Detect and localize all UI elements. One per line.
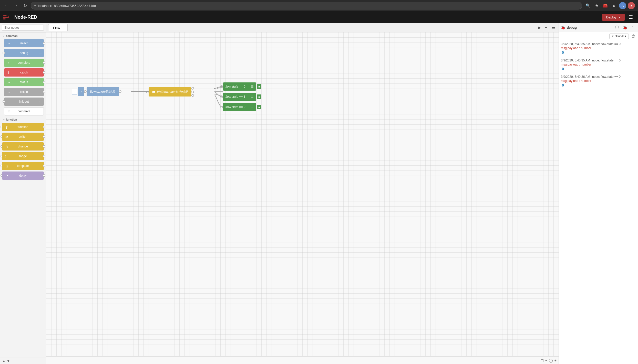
filter-all-nodes-button[interactable]: ▿ all nodes xyxy=(609,34,629,39)
flow-add-button[interactable]: + xyxy=(543,25,549,30)
profile-avatar[interactable]: A xyxy=(619,2,626,9)
debug-msg-3-node: node: flow.state == 0 xyxy=(592,75,621,79)
state0-node-group[interactable]: flow.state == 0 ☰ ■ xyxy=(220,82,261,91)
deploy-button[interactable]: Deploy ▼ xyxy=(602,14,625,21)
app-title: Node-RED xyxy=(14,15,37,20)
transmit-node-body[interactable]: flow.state传递结果 xyxy=(87,87,119,96)
node-linkin[interactable]: → link in xyxy=(4,88,44,96)
node-catch-label: catch xyxy=(20,71,28,74)
panel-title-text: debug xyxy=(567,26,577,29)
node-inject[interactable]: → inject xyxy=(4,39,44,47)
reload-button[interactable]: ↻ xyxy=(22,2,29,9)
node-change[interactable]: ⇆ change xyxy=(2,142,44,151)
node-delay[interactable]: ◔ delay xyxy=(2,172,44,180)
section-common-label: common xyxy=(6,34,18,37)
state2-right-btn[interactable]: ■ xyxy=(257,105,261,109)
scroll-down-button[interactable]: ▼ xyxy=(7,359,10,363)
transmit-node-group[interactable]: flow.state传递结果 xyxy=(84,87,121,96)
flow-run-button[interactable]: ▶ xyxy=(536,25,542,30)
inject-arrow-node[interactable]: → xyxy=(78,87,84,96)
search-input[interactable] xyxy=(2,25,44,31)
node-status-body: ∼ status xyxy=(4,78,44,86)
node-range[interactable]: ⋮⋮ range xyxy=(2,152,44,160)
state0-menu[interactable]: ☰ xyxy=(251,85,254,88)
debug-msg-2-header: 3/9/2020, 5:40:35 AM node: flow.state ==… xyxy=(561,59,636,62)
node-complete[interactable]: ! complete xyxy=(4,59,44,67)
extension2-button[interactable]: ● xyxy=(610,2,618,9)
state2-node-group[interactable]: flow.state == 2 ☰ ■ xyxy=(220,103,261,111)
node-debug[interactable]: debug ☰ xyxy=(4,49,44,57)
bookmark-button[interactable]: ★ xyxy=(593,2,600,9)
node-template-body: {} template xyxy=(2,162,44,170)
node-linkin-icon: → xyxy=(6,89,11,94)
section-common-chevron: ⌄ xyxy=(3,34,5,37)
node-range-label: range xyxy=(19,154,27,158)
node-comment-body: □ comment xyxy=(4,107,44,115)
lock-icon: ● xyxy=(34,4,36,7)
template-right-port xyxy=(43,165,45,167)
node-linkout-label: link out xyxy=(19,100,29,103)
canvas[interactable]: → flow.state传递结果 ⇄ 根 xyxy=(46,32,559,356)
catch-right-port xyxy=(43,71,45,74)
switch-canvas-body[interactable]: ⇄ 根据flow.state路由结果 xyxy=(149,87,191,97)
node-switch[interactable]: ⇄ switch xyxy=(2,133,44,141)
debug-menu-icon: ☰ xyxy=(39,51,42,55)
address-bar[interactable]: ● localhost:1880/#flow/73554227.4474dc xyxy=(31,2,582,9)
debug-msg-1-value: 0 xyxy=(562,50,636,55)
panel-bug-button[interactable]: 🐞 xyxy=(621,25,629,30)
node-switch-label: switch xyxy=(19,135,27,138)
node-function-icon: ƒ xyxy=(4,124,9,130)
browser-search-button[interactable]: 🔍 xyxy=(584,2,591,9)
canvas-zoom-in-button[interactable]: + xyxy=(554,358,557,362)
state2-body[interactable]: flow.state == 2 ☰ xyxy=(223,103,256,111)
flow-list-button[interactable]: ☰ xyxy=(550,25,557,30)
debug-msg-2-value: 0 xyxy=(562,67,636,71)
extension-button[interactable]: 🧰 xyxy=(602,2,609,9)
node-debug-body: debug ☰ xyxy=(4,49,44,57)
node-catch[interactable]: ! catch xyxy=(4,68,44,77)
section-function-header[interactable]: ⌄ function xyxy=(0,116,46,122)
debug-filter-bar: ▿ all nodes 🗑 xyxy=(559,32,638,40)
state1-body[interactable]: flow.state == 1 ☰ xyxy=(223,93,256,101)
node-comment[interactable]: □ comment xyxy=(4,107,44,115)
state1-right-btn[interactable]: ■ xyxy=(257,94,261,99)
state0-body[interactable]: flow.state == 0 ☰ xyxy=(223,82,256,91)
node-status[interactable]: ∼ status xyxy=(4,78,44,86)
state2-right-icon: ■ xyxy=(258,106,260,109)
section-function-label: function xyxy=(6,118,17,121)
state1-right-icon: ■ xyxy=(258,95,260,98)
state1-node-group[interactable]: flow.state == 1 ☰ ■ xyxy=(220,93,261,101)
forward-button[interactable]: → xyxy=(12,2,19,9)
section-common-header[interactable]: ⌄ common xyxy=(0,33,46,38)
canvas-zoom-out-button[interactable]: − xyxy=(545,358,547,362)
logo: Node-RED xyxy=(3,14,37,20)
transmit-node-label: flow.state传递结果 xyxy=(90,90,115,94)
main-menu-button[interactable]: ☰ xyxy=(627,13,635,21)
complete-right-port xyxy=(43,61,45,64)
state1-menu[interactable]: ☰ xyxy=(251,95,254,99)
profile2-avatar[interactable]: ● xyxy=(628,2,635,9)
node-catch-body: ! catch xyxy=(4,68,44,77)
clear-messages-button[interactable]: 🗑 xyxy=(631,33,636,39)
debug-messages: 3/9/2020, 5:40:35 AM node: flow.state ==… xyxy=(559,40,638,364)
node-function[interactable]: ƒ function xyxy=(2,123,44,131)
flow-tab-actions: ▶ + ☰ xyxy=(536,25,557,30)
node-template[interactable]: {} template xyxy=(2,162,44,170)
scroll-up-button[interactable]: ▲ xyxy=(2,359,6,363)
switch-canvas-group[interactable]: ⇄ 根据flow.state路由结果 xyxy=(146,87,194,97)
switch-right-port xyxy=(43,135,45,138)
canvas-zoom-reset-button[interactable]: ◯ xyxy=(549,358,553,362)
panel-collapse-button[interactable]: ⌃ xyxy=(630,25,636,30)
panel-info-button[interactable]: ⓘ xyxy=(614,25,620,30)
node-linkout[interactable]: link out → xyxy=(4,98,44,106)
state0-right-btn[interactable]: ■ xyxy=(257,84,261,89)
canvas-area: Flow 1 ▶ + ☰ xyxy=(46,23,559,364)
tab-flow1[interactable]: Flow 1 xyxy=(48,24,68,31)
node-status-label: status xyxy=(20,80,28,84)
back-button[interactable]: ← xyxy=(3,2,10,9)
state2-menu[interactable]: ☰ xyxy=(251,105,254,109)
node-range-icon: ⋮⋮ xyxy=(4,154,9,159)
canvas-layout-button[interactable]: ◫ xyxy=(540,358,544,362)
node-complete-label: complete xyxy=(18,61,30,65)
change-right-port xyxy=(43,145,45,148)
